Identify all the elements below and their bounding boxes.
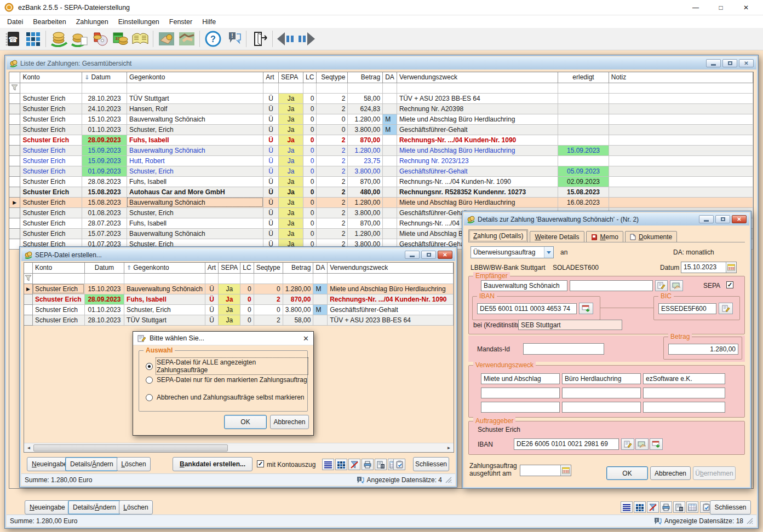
cell-konto[interactable]: Schuster Erich [20,187,82,197]
cell-zweck[interactable]: Geschäftsführer-Gehalt [328,304,454,315]
filter-cell[interactable] [240,273,254,284]
card-download-icon[interactable] [579,303,593,314]
cell-zweck[interactable]: Rechnung Nr. 2023/123 [397,155,558,166]
cell-art[interactable]: Ü [205,315,218,325]
cell-datum[interactable]: 28.10.2023 [82,93,127,103]
cell-seqtype[interactable]: 2 [317,218,348,228]
radio-option-markierten[interactable]: SEPA-Datei nur für den markierten Zahlun… [146,376,307,384]
cell-gegenkonto[interactable]: Hansen, Rolf [127,103,263,114]
cell-erledigt[interactable]: 05.09.2023 [558,166,609,176]
payment-calendar-icon[interactable]: 31 [110,29,130,49]
cell-gegenkonto[interactable]: Schuster, Erich [127,124,263,135]
cell-datum[interactable]: 28.07.2023 [82,218,127,228]
cell-datum[interactable]: 15.08.2023 [82,197,127,207]
grid-row[interactable]: Schuster Erich28.09.2023Fuhs, IsabellÜJa… [9,135,753,145]
zweck-input-4[interactable] [481,388,560,398]
resize-grip[interactable] [746,517,753,524]
filter-cell[interactable] [84,273,124,284]
cell-da[interactable] [383,228,397,239]
cell-sepa[interactable]: Ja [279,166,303,176]
menu-einstellungen[interactable]: Einstellungen [113,16,164,27]
cell-art[interactable]: Ü [263,124,279,135]
grid-row[interactable]: Schuster Erich24.10.2023Hansen, RolfÜJa0… [9,103,753,114]
cell-datum[interactable]: 24.10.2023 [82,103,127,114]
cell-da[interactable] [383,93,397,103]
grid-row[interactable]: ▶Schuster Erich15.08.2023Bauverwaltung S… [9,197,753,207]
cell-betrag[interactable]: 870,00 [283,294,313,304]
mandats-id-input[interactable] [523,343,604,355]
row-selector[interactable]: ▶ [9,197,20,207]
cell-lc[interactable]: 0 [303,166,317,176]
grid-row[interactable]: Schuster Erich28.08.2023Fuhs, IsabellÜJa… [9,176,753,187]
filter-cell[interactable] [303,83,317,93]
loeschen-button[interactable]: Löschen [119,500,153,514]
cell-datum[interactable]: 15.07.2023 [82,228,127,239]
cell-sepa[interactable]: Ja [279,228,303,239]
column-header-sepa[interactable]: SEPA [279,72,303,83]
handshake-icon[interactable] [176,29,197,49]
cell-sepa[interactable]: Ja [279,207,303,218]
app-grid-icon[interactable] [22,29,43,49]
empfaenger-name-input[interactable]: Bauverwaltung Schönaich [481,280,567,291]
row-selector[interactable] [9,93,20,103]
cell-gegenkonto[interactable]: Fuhs, Isabell [127,218,263,228]
radio-option-alle[interactable]: SEPA-Datei für ALLE angezeigten Zahlungs… [146,358,307,374]
cash-hand-icon[interactable] [156,29,176,49]
cell-betrag[interactable]: 3.800,00 [348,166,383,176]
cell-art[interactable]: Ü [205,304,218,315]
cell-zweck[interactable]: Geschäftsführer-Gehalt [397,166,558,176]
menu-bearbeiten[interactable]: Bearbeiten [28,16,71,27]
cell-erledigt[interactable] [558,135,609,145]
details-titlebar[interactable]: Details zur Zahlung 'Bauverwaltung Schön… [464,213,749,225]
cell-betrag[interactable]: 3.800,00 [283,304,313,315]
minimize-button[interactable] [699,215,714,223]
row-selector[interactable] [9,218,20,228]
cell-konto[interactable]: Schuster Erich [20,124,82,135]
cell-erledigt[interactable] [558,155,609,166]
cell-gegenkonto[interactable]: Autohaus Car and More GmbH [127,187,263,197]
grid-row[interactable]: Schuster Erich28.10.2023TÜV StuttgartÜJa… [9,93,753,103]
row-selector[interactable] [9,166,20,176]
cell-betrag[interactable]: 1.280,00 [348,197,383,207]
cell-betrag[interactable]: 3.800,00 [348,124,383,135]
cell-erledigt[interactable]: 16.08.2023 [558,197,609,207]
close-button[interactable]: ✕ [438,251,452,259]
cell-betrag[interactable]: 870,00 [348,218,383,228]
zweck-input-7[interactable] [481,402,560,413]
resize-grip[interactable] [445,476,452,483]
row-view-icon[interactable] [621,501,633,513]
column-header-art[interactable]: Art [263,72,279,83]
cell-seqtype[interactable]: 2 [317,176,348,187]
payment-disk-icon[interactable] [89,29,110,49]
loeschen-button[interactable]: Löschen [117,457,151,471]
cell-da[interactable] [383,103,397,114]
tab-zahlung-details[interactable]: Zahlung (Details) [468,229,528,242]
calendar-icon[interactable] [726,262,736,273]
cell-lc[interactable]: 0 [240,284,254,294]
cell-datum[interactable]: 15.09.2023 [82,155,127,166]
filter-cell[interactable] [609,83,753,93]
cell-datum[interactable]: 01.09.2023 [82,166,127,176]
cell-konto[interactable]: Schuster Erich [20,93,82,103]
cell-art[interactable]: Ü [263,207,279,218]
details-aendern-button[interactable]: Details/Ändern [65,457,118,471]
bankdatei-erstellen-button[interactable]: Bankdatei erstellen... [173,457,253,471]
minimize-button[interactable] [405,251,420,259]
ok-button[interactable]: OK [606,466,648,480]
scroll-right-arrow[interactable]: ► [444,443,454,452]
edit-form-icon[interactable] [655,280,668,291]
cell-betrag[interactable]: 480,00 [348,187,383,197]
column-header-datum[interactable]: ⇓Datum [82,72,127,83]
cell-notiz[interactable] [609,114,753,124]
clipboard-check-icon[interactable] [393,459,405,470]
help-icon[interactable]: ? [203,29,223,49]
cell-lc[interactable]: 0 [303,124,317,135]
payment-new-icon[interactable] [69,29,89,49]
cell-art[interactable]: Ü [263,166,279,176]
row-selector[interactable] [9,176,20,187]
filter-cell[interactable] [82,83,127,93]
cell-notiz[interactable] [609,124,753,135]
cell-gegenkonto[interactable]: Schuster, Erich [124,304,205,315]
cell-konto[interactable]: Schuster Erich [32,315,84,325]
cell-da[interactable]: M [313,284,328,294]
